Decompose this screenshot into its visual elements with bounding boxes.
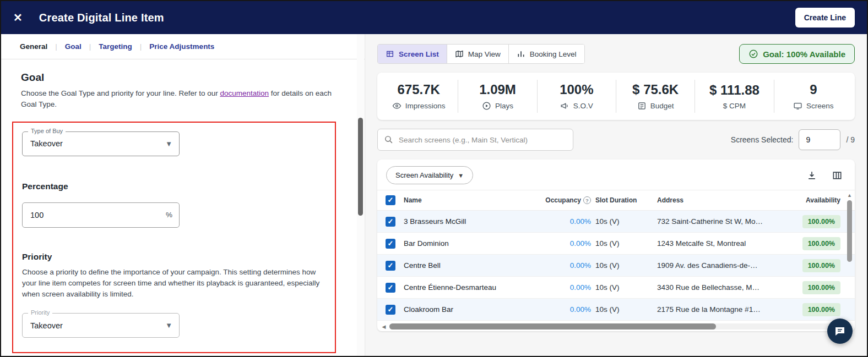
eye-icon: [392, 101, 402, 111]
screens-table-card: Screen Availability ▼ ✓ Name Occupancy?: [377, 160, 855, 331]
availability-badge: 100.00%: [802, 237, 840, 250]
stat-label: $ CPM: [723, 102, 746, 110]
stat-cpm: $ 111.88 $ CPM: [695, 80, 773, 113]
availability-badge: 100.00%: [802, 215, 840, 228]
goal-badge-label: Goal: 100% Available: [763, 50, 845, 59]
select-all-checkbox[interactable]: ✓: [386, 195, 395, 205]
chevron-down-icon: ▼: [165, 321, 172, 329]
chevron-down-icon: ▼: [458, 172, 464, 179]
availability-badge: 100.00%: [802, 281, 840, 294]
megaphone-icon: [560, 101, 569, 111]
tab-screen-list[interactable]: Screen List: [378, 45, 447, 63]
tab-map-view[interactable]: Map View: [447, 45, 509, 63]
percentage-heading: Percentage: [22, 182, 326, 191]
dialog-header: ✕ Create Digital Line Item Create Line: [1, 1, 867, 34]
tab-targeting[interactable]: Targeting: [99, 42, 132, 51]
tab-general[interactable]: General: [20, 42, 47, 51]
close-icon[interactable]: ✕: [13, 11, 23, 24]
download-icon[interactable]: [806, 170, 817, 181]
stat-label: Impressions: [405, 102, 446, 110]
cell-slot-duration: 10s (V): [595, 283, 657, 292]
cell-slot-duration: 10s (V): [595, 261, 657, 270]
row-checkbox[interactable]: ✓: [386, 283, 395, 293]
table-horizontal-scrollbar: ◀: [381, 323, 843, 330]
cell-address: 1909 Av. des Canadiens-de-…: [657, 261, 774, 270]
stat-value: 675.7K: [397, 82, 440, 97]
left-panel-scrollbar: [357, 34, 364, 356]
col-occupancy: Occupancy?: [540, 196, 595, 204]
screen-list-icon: [386, 50, 394, 58]
screen-icon: [793, 101, 802, 111]
tab-price-adjustments[interactable]: Price Adjustments: [149, 42, 214, 51]
vertical-scrollbar-thumb[interactable]: [847, 200, 852, 262]
filter-label: Screen Availability: [395, 171, 453, 179]
row-checkbox[interactable]: ✓: [386, 261, 395, 271]
dialog-title: Create Digital Line Item: [39, 12, 164, 24]
search-icon: [384, 135, 393, 144]
play-icon: [482, 101, 491, 111]
stat-value: 100%: [560, 82, 593, 97]
stat-budget: $ 75.6K Budget: [616, 80, 695, 113]
cell-occupancy: 0.00%: [540, 283, 595, 292]
chat-widget-button[interactable]: [827, 318, 853, 344]
table-row[interactable]: ✓ Centre Étienne-Desmarteau 0.00% 10s (V…: [377, 277, 855, 299]
tab-divider: |: [55, 42, 57, 51]
cell-address: 1243 Metcalfe St, Montreal: [657, 239, 774, 248]
form-tabs: General | Goal | Targeting | Price Adjus…: [1, 34, 365, 59]
stat-plays: 1.09M Plays: [458, 80, 536, 113]
type-of-buy-select[interactable]: Type of Buy Takeover ▼: [22, 131, 180, 156]
goal-section-heading: Goal: [21, 72, 345, 84]
table-row[interactable]: ✓ Centre Bell 0.00% 10s (V) 1909 Av. des…: [377, 255, 855, 277]
info-icon[interactable]: ?: [583, 196, 591, 204]
priority-description: Choose a priority to define the importan…: [22, 267, 326, 300]
scroll-up-arrow-icon[interactable]: ▲: [847, 193, 852, 198]
row-checkbox[interactable]: ✓: [386, 217, 395, 227]
screens-panel: Screen List Map View Booking Level Goal:…: [365, 34, 867, 356]
map-icon: [455, 50, 464, 58]
screen-availability-filter[interactable]: Screen Availability ▼: [386, 166, 473, 184]
stat-label: Screens: [806, 102, 834, 110]
row-checkbox[interactable]: ✓: [386, 305, 395, 315]
row-checkbox[interactable]: ✓: [386, 239, 395, 249]
cell-name: Cloakroom Bar: [404, 305, 540, 314]
scroll-left-arrow-icon[interactable]: ◀: [381, 324, 387, 329]
availability-badge: 100.00%: [802, 259, 840, 272]
priority-select[interactable]: Priority Takeover ▼: [22, 313, 180, 338]
create-line-button[interactable]: Create Line: [795, 8, 855, 28]
create-digital-line-item-dialog: ✕ Create Digital Line Item Create Line G…: [0, 0, 868, 357]
percent-suffix: %: [166, 211, 172, 219]
table-row[interactable]: ✓ Bar Dominion 0.00% 10s (V) 1243 Metcal…: [377, 233, 855, 255]
cell-name: Centre Bell: [404, 261, 540, 270]
columns-icon[interactable]: [832, 170, 843, 181]
cell-slot-duration: 10s (V): [595, 305, 657, 314]
cell-name: 3 Brasseurs McGill: [404, 217, 540, 226]
stat-impressions: 675.7K Impressions: [379, 80, 458, 113]
percentage-input[interactable]: [23, 211, 166, 219]
cell-slot-duration: 10s (V): [595, 239, 657, 248]
priority-heading: Priority: [22, 252, 326, 262]
priority-select-value: Takeover: [30, 321, 165, 330]
documentation-link[interactable]: documentation: [220, 89, 269, 97]
cell-address: 732 Saint-Catherine St W, Mo…: [657, 217, 774, 226]
goal-availability-badge: Goal: 100% Available: [739, 44, 855, 64]
table-row[interactable]: ✓ Cloakroom Bar 0.00% 10s (V) 2175 Rue d…: [377, 299, 855, 321]
percentage-field-wrap: %: [22, 202, 180, 228]
stat-value: $ 111.88: [709, 83, 760, 98]
horizontal-scrollbar-thumb[interactable]: [389, 323, 716, 329]
view-switcher: Screen List Map View Booking Level: [377, 44, 585, 64]
screens-selected-input[interactable]: [799, 129, 840, 150]
table-row[interactable]: ✓ 3 Brasseurs McGill 0.00% 10s (V) 732 S…: [377, 211, 855, 233]
tab-goal[interactable]: Goal: [65, 42, 82, 51]
cell-address: 3430 Rue de Bellechasse, M…: [657, 283, 774, 292]
goal-section-description: Choose the Goal Type and priority for yo…: [21, 88, 338, 111]
goal-desc-text: Choose the Goal Type and priority for yo…: [21, 89, 220, 97]
cell-occupancy: 0.00%: [540, 305, 595, 314]
tab-divider: |: [140, 42, 142, 51]
screens-selected-total: / 9: [846, 135, 855, 144]
tab-booking-level[interactable]: Booking Level: [509, 45, 584, 63]
col-slot-duration: Slot Duration: [595, 196, 657, 204]
stats-summary-card: 675.7K Impressions 1.09M Plays 100% S.O.…: [377, 73, 855, 120]
left-panel-scrollbar-thumb[interactable]: [358, 118, 363, 216]
type-of-buy-value: Takeover: [30, 139, 165, 148]
search-input[interactable]: [377, 129, 573, 151]
